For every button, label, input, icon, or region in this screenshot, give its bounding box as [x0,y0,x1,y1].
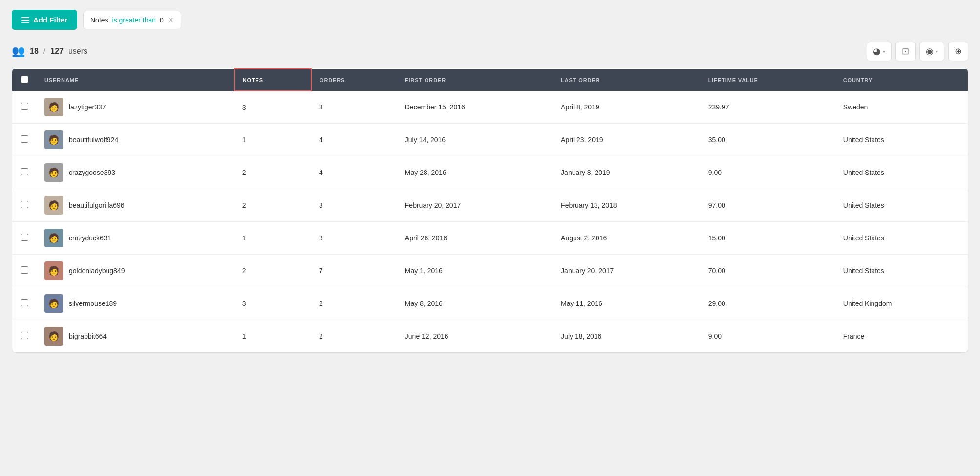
row-orders: 2 [311,320,397,353]
username[interactable]: bigrabbit664 [69,332,107,340]
filter-lines-icon [21,17,29,23]
table-row: 🧑crazyduck63113April 26, 2016August 2, 2… [12,222,968,255]
username[interactable]: beautifulgorilla696 [69,201,125,209]
add-filter-label: Add Filter [33,16,67,24]
row-checkbox-cell [12,91,37,124]
row-last-order: January 8, 2019 [553,156,701,189]
row-lifetime-value: 9.00 [701,320,835,353]
chart-icon: ◕ [873,46,881,57]
username[interactable]: silvermouse189 [69,300,117,307]
col-first-order: FIRST ORDER [397,69,553,91]
row-checkbox-cell [12,124,37,156]
row-lifetime-value: 70.00 [701,255,835,287]
row-checkbox[interactable] [21,168,28,175]
col-username: USERNAME [37,69,234,91]
username[interactable]: crazyduck631 [69,234,111,242]
filter-value: 0 [160,16,164,24]
row-lifetime-value: 239.97 [701,91,835,124]
table-row: 🧑crazygoose39324May 28, 2016January 8, 2… [12,156,968,189]
username[interactable]: goldenladybug849 [69,267,125,275]
row-username-cell: 🧑silvermouse189 [37,287,234,320]
chart-caret-icon: ▾ [883,49,885,54]
users-table-container: USERNAME NOTES ORDERS FIRST ORDER LAST O… [12,68,968,353]
row-lifetime-value: 97.00 [701,189,835,222]
row-checkbox[interactable] [21,201,28,208]
row-country: United States [835,124,968,156]
globe-view-button[interactable]: ⊕ [948,42,968,61]
avatar: 🧑 [44,294,63,313]
row-checkbox[interactable] [21,234,28,241]
row-notes: 2 [234,156,311,189]
chart-view-button[interactable]: ◕ ▾ [867,42,892,61]
row-checkbox[interactable] [21,266,28,274]
table-row: 🧑silvermouse18932May 8, 2016May 11, 2016… [12,287,968,320]
col-notes: NOTES [234,69,311,91]
filter-operator: is greater than [112,16,156,24]
row-username-cell: 🧑crazygoose393 [37,156,234,189]
row-first-order: July 14, 2016 [397,124,553,156]
col-orders: ORDERS [311,69,397,91]
count-unit: users [68,47,87,56]
username[interactable]: lazytiger337 [69,103,106,111]
row-orders: 3 [311,189,397,222]
row-checkbox[interactable] [21,103,28,110]
row-notes: 1 [234,222,311,255]
select-all-checkbox[interactable] [21,76,28,83]
save-icon: ⊡ [902,46,909,57]
filtered-count: 18 [30,47,39,56]
save-view-button[interactable]: ⊡ [895,42,916,61]
row-checkbox-cell [12,156,37,189]
count-divider: / [43,47,45,56]
table-row: 🧑goldenladybug84927May 1, 2016January 20… [12,255,968,287]
row-username-cell: 🧑bigrabbit664 [37,320,234,353]
row-checkbox-cell [12,287,37,320]
globe-icon: ⊕ [955,46,962,57]
avatar: 🧑 [44,327,63,346]
row-last-order: July 18, 2016 [553,320,701,353]
avatar: 🧑 [44,261,63,280]
row-username-cell: 🧑crazyduck631 [37,222,234,255]
row-last-order: May 11, 2016 [553,287,701,320]
row-notes: 3 [234,91,311,124]
avatar: 🧑 [44,130,63,149]
remove-filter-button[interactable]: × [168,16,174,24]
row-checkbox[interactable] [21,135,28,143]
avatar: 🧑 [44,196,63,215]
filter-field: Notes [90,16,108,24]
eye-icon: ◉ [926,46,934,57]
username[interactable]: crazygoose393 [69,169,115,176]
username[interactable]: beautifulwolf924 [69,136,118,144]
col-last-order: LAST ORDER [553,69,701,91]
table-row: 🧑beautifulwolf92414July 14, 2016April 23… [12,124,968,156]
row-orders: 4 [311,156,397,189]
row-notes: 1 [234,124,311,156]
row-orders: 4 [311,124,397,156]
count-label: 👥 18 / 127 users [12,45,87,58]
users-icon: 👥 [12,45,25,58]
row-first-order: December 15, 2016 [397,91,553,124]
row-last-order: April 8, 2019 [553,91,701,124]
table-header-row: USERNAME NOTES ORDERS FIRST ORDER LAST O… [12,69,968,91]
row-country: France [835,320,968,353]
row-notes: 2 [234,255,311,287]
row-checkbox[interactable] [21,332,28,339]
col-lifetime-value: LIFETIME VALUE [701,69,835,91]
row-first-order: May 28, 2016 [397,156,553,189]
columns-view-button[interactable]: ◉ ▾ [919,42,944,61]
row-username-cell: 🧑lazytiger337 [37,91,234,124]
row-username-cell: 🧑beautifulgorilla696 [37,189,234,222]
row-last-order: February 13, 2018 [553,189,701,222]
row-checkbox-cell [12,189,37,222]
avatar: 🧑 [44,163,63,182]
row-last-order: January 20, 2017 [553,255,701,287]
row-country: United Kingdom [835,287,968,320]
total-count: 127 [50,47,64,56]
avatar: 🧑 [44,98,63,116]
eye-caret-icon: ▾ [936,49,938,54]
filter-chip: Notes is greater than 0 × [83,11,181,29]
row-country: United States [835,156,968,189]
row-checkbox-cell [12,255,37,287]
row-checkbox[interactable] [21,299,28,306]
add-filter-button[interactable]: Add Filter [12,10,77,30]
row-checkbox-cell [12,320,37,353]
